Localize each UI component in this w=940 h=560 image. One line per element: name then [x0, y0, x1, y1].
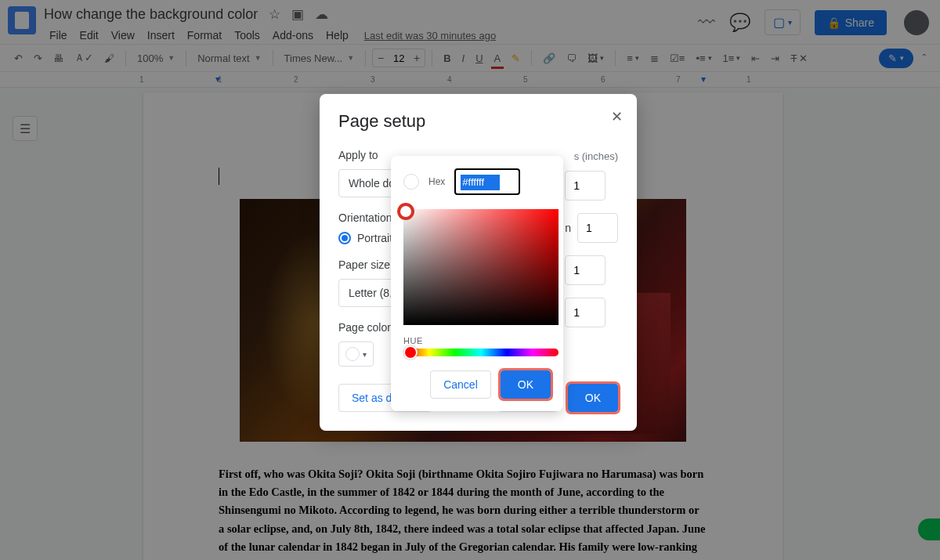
menu-format[interactable]: Format [182, 26, 227, 45]
text-color-button[interactable]: A [490, 49, 506, 67]
last-edit-link[interactable]: Last edit was 30 minutes ago [359, 27, 501, 45]
bold-button[interactable]: B [439, 49, 455, 67]
italic-button[interactable]: I [457, 49, 470, 67]
body-paragraph[interactable]: First off, who was Okita Soji? Okita Soj… [219, 465, 707, 560]
text-cursor [219, 168, 219, 185]
margin-right-input[interactable] [565, 298, 606, 327]
cloud-status-icon[interactable]: ☁ [315, 6, 328, 23]
color-picker-ok-button[interactable]: OK [501, 370, 551, 399]
menu-insert[interactable]: Insert [142, 26, 180, 45]
share-button[interactable]: 🔒Share [815, 10, 887, 35]
title-block: How change the background color ☆ ▣ ☁ Fi… [44, 6, 698, 45]
share-label: Share [845, 16, 874, 29]
star-icon[interactable]: ☆ [269, 6, 280, 23]
ruler-tick: 6 [601, 75, 606, 84]
highlight-color-button[interactable]: ✎ [507, 49, 525, 67]
margin-n-label: n [565, 222, 571, 234]
margin-inputs-group: n [565, 171, 618, 327]
comments-icon[interactable]: 💬 [729, 13, 750, 33]
ruler-tick: 2 [294, 75, 298, 84]
page-color-dropdown[interactable]: ▾ [338, 341, 374, 367]
toolbar: ↶ ↷ 🖶 Ａ✓ 🖌 100%▼ Normal text▼ Times New.… [0, 44, 940, 72]
font-size-input[interactable] [389, 49, 409, 67]
increase-indent-button[interactable]: ⇥ [766, 49, 784, 67]
margin-top-input[interactable] [565, 171, 606, 201]
print-button[interactable]: 🖶 [49, 49, 68, 67]
align-dropdown[interactable]: ≡ ▾ [622, 49, 644, 67]
numbered-list-button[interactable]: 1≡ ▾ [718, 49, 746, 67]
caret-down-icon: ▾ [363, 350, 367, 359]
ruler-right-indent-icon[interactable]: ▾ [701, 74, 706, 85]
editing-mode-button[interactable]: ✎ ▾ [879, 49, 913, 68]
page-setup-ok-button[interactable]: OK [568, 384, 618, 412]
menu-file[interactable]: File [44, 26, 73, 45]
menu-help[interactable]: Help [320, 26, 354, 45]
header-right: 〰 💬 ▢▾ 🔒Share [698, 9, 929, 35]
spellcheck-button[interactable]: Ａ✓ [70, 48, 98, 68]
hex-label: Hex [428, 176, 445, 187]
ruler-left-indent-icon[interactable]: ▾ [215, 74, 220, 85]
ruler-tick: 5 [523, 75, 528, 84]
zoom-dropdown[interactable]: 100%▼ [132, 49, 179, 67]
document-title[interactable]: How change the background color [44, 6, 258, 23]
color-picker-cancel-button[interactable]: Cancel [430, 370, 491, 399]
style-value: Normal text [197, 52, 249, 64]
account-avatar[interactable] [904, 10, 929, 35]
redo-button[interactable]: ↷ [29, 49, 47, 67]
move-folder-icon[interactable]: ▣ [291, 6, 304, 23]
paint-format-button[interactable]: 🖌 [99, 49, 119, 67]
underline-button[interactable]: U [471, 49, 487, 67]
ruler-tick: 1 [139, 75, 144, 84]
font-size-control: − + [372, 49, 425, 67]
zoom-value: 100% [137, 52, 163, 64]
insert-image-button[interactable]: 🖼 ▾ [583, 49, 609, 67]
present-icon: ▢ [773, 15, 785, 30]
hue-handle[interactable] [403, 345, 418, 359]
ruler-tick: 7 [676, 75, 681, 84]
menu-view[interactable]: View [106, 26, 140, 45]
hide-menus-button[interactable]: ˆ [918, 49, 931, 67]
saturation-value-area[interactable] [403, 209, 559, 325]
bulleted-list-button[interactable]: •≡ ▾ [691, 49, 716, 67]
caret-down-icon: ▾ [788, 18, 792, 27]
explore-button[interactable] [918, 518, 940, 540]
undo-button[interactable]: ↶ [9, 49, 27, 67]
menu-bar: File Edit View Insert Format Tools Add-o… [44, 26, 698, 45]
hex-input[interactable] [454, 168, 520, 195]
hue-label: HUE [403, 336, 551, 345]
menu-edit[interactable]: Edit [74, 26, 104, 45]
font-size-decrease[interactable]: − [373, 49, 389, 67]
font-size-increase[interactable]: + [409, 49, 425, 67]
add-comment-button[interactable]: 🗨 [562, 49, 581, 67]
decrease-indent-button[interactable]: ⇤ [747, 49, 765, 67]
menu-addons[interactable]: Add-ons [267, 26, 319, 45]
radio-checked-icon [338, 232, 351, 244]
checklist-button[interactable]: ☑≡ [665, 49, 690, 67]
activity-icon[interactable]: 〰 [698, 13, 715, 33]
docs-logo-icon[interactable] [8, 6, 36, 34]
font-value: Times New... [284, 52, 343, 64]
paragraph-style-dropdown[interactable]: Normal text▼ [193, 49, 266, 67]
insert-link-button[interactable]: 🔗 [538, 49, 560, 67]
hue-slider[interactable] [403, 349, 559, 356]
margin-left-input[interactable] [565, 255, 606, 285]
page-color-swatch-icon [345, 347, 360, 361]
sv-handle[interactable] [397, 203, 414, 220]
ruler[interactable]: 112345671 ▾ ▾ [0, 72, 940, 88]
document-outline-button[interactable]: ☰ [13, 116, 38, 141]
dialog-title: Page setup [338, 111, 618, 132]
ruler-tick: 4 [447, 75, 452, 84]
color-preview-swatch [403, 174, 419, 190]
ruler-tick: 3 [371, 75, 375, 84]
lock-icon: 🔒 [827, 16, 841, 29]
portrait-label: Portrait [357, 232, 392, 244]
present-button[interactable]: ▢▾ [765, 9, 801, 35]
margins-unit-label: s (inches) [574, 150, 618, 162]
font-family-dropdown[interactable]: Times New...▼ [280, 49, 360, 67]
clear-formatting-button[interactable]: T✕ [786, 49, 812, 67]
close-button[interactable]: ✕ [611, 108, 623, 125]
margin-bottom-input[interactable] [577, 213, 618, 243]
menu-tools[interactable]: Tools [229, 26, 266, 45]
header-bar: How change the background color ☆ ▣ ☁ Fi… [0, 0, 940, 44]
line-spacing-button[interactable]: ≣ [645, 49, 663, 67]
